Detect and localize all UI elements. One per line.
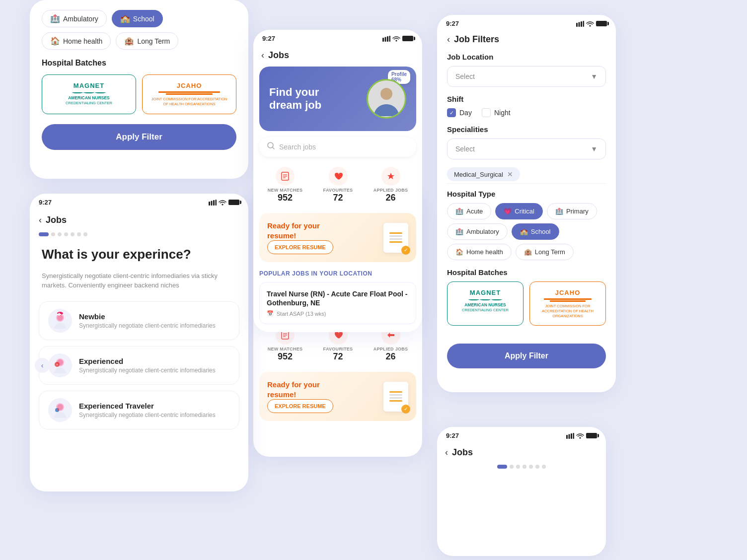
back-arrow-5[interactable]: ‹ [445,447,448,458]
profile-circle[interactable] [367,79,406,119]
job-filters-card: 9:27 ‹ Job Filters Job Location Select ▼… [437,15,616,392]
filter-header: ‹ Job Filters [437,29,616,45]
exp-newbie-desc: Synergistically negotiate client-centric… [79,322,230,329]
exp-newbie-name: Newbie [79,312,230,321]
batch-jcaho-4: JCAHO JOINT COMMISSION FOR ACCREDITATION… [529,281,606,326]
exp-newbie[interactable]: Newbie Synergistically negotiate client-… [39,301,239,340]
svg-rect-36 [569,434,570,439]
explore-resume-btn-2[interactable]: EXPLORE RESUME [267,399,333,413]
ambulatory-icon-2: 🏥 [455,228,463,235]
hospital-type-tags: 🏥 Ambulatory 🏫 School 🏠 Home health 🏨 Lo… [42,10,236,50]
hospital-type-grid: 🏥 Acute 💗 Critical 🏥 Primary 🏥 Ambulator… [447,203,606,260]
tag-school[interactable]: 🏫 School [112,10,163,27]
magnet-desc: CREDENTIALING CENTER [50,101,128,105]
day-checkbox[interactable]: Day [447,108,472,117]
h-tag-ambulatory[interactable]: 🏥 Ambulatory [447,223,508,240]
primary-label: Primary [566,208,589,215]
longterm-icon: 🏨 [124,36,134,46]
svg-rect-21 [389,36,391,42]
hospital-type-section-title: Hospital Type [447,190,606,198]
tag-longterm-label: Long Term [137,37,170,45]
resume-doc-2: ✓ [383,382,408,412]
chip-remove-icon[interactable]: ✕ [507,170,513,178]
status-bar-2: 9:27 [30,194,248,208]
job-item-1[interactable]: Travel Nurse (RN) - Acute Care Float Poo… [259,282,416,324]
battery-4 [596,21,607,26]
h-tag-acute[interactable]: 🏥 Acute [447,203,491,219]
status-icons-5 [566,433,597,439]
jobs-title-3: Jobs [268,50,289,61]
dot5-6 [535,465,539,469]
night-checkbox[interactable]: Night [482,108,511,117]
tag-ambulatory[interactable]: 🏥 Ambulatory [42,10,107,27]
apply-filter-btn-1[interactable]: Apply Filter [42,124,236,150]
shift-section-title: Shift [447,95,606,103]
progress-dots [30,225,248,241]
popular-section: POPULAR JOBS IN YOUR LOCATION Travel Nur… [253,266,422,332]
magnet-title-4: MAGNET [455,289,515,296]
exp-traveler-info: Experienced Traveler Synergistically neg… [79,402,230,419]
battery-5 [586,433,597,438]
dot-5 [71,232,75,236]
exp-traveler[interactable]: 📍 Experienced Traveler Synergistically n… [39,391,239,429]
h-tag-homehealth[interactable]: 🏠 Home health [447,244,512,260]
status-icons-4 [576,21,607,27]
battery-2 [228,200,239,205]
back-arrow-4[interactable]: ‹ [447,34,450,45]
location-select[interactable]: Select ▼ [447,66,606,87]
dot5-1 [497,465,507,469]
stats-row: NEW MATCHES 952 FAVOURITES 72 APPLIED JO… [253,161,422,209]
chevron-down-icon: ▼ [591,72,598,80]
jobs-header-5: ‹ Jobs [437,441,606,458]
back-btn-circle[interactable]: ‹ [35,358,50,373]
svg-rect-0 [209,202,210,206]
h-tag-longterm[interactable]: 🏨 Long Term [516,244,574,260]
dream-job-text: Find your dream job [269,86,339,112]
svg-rect-30 [576,23,578,27]
dot5-7 [542,465,546,469]
fav-label-2: FAVOURITES [323,347,353,351]
check-badge-2: ✓ [401,405,410,414]
tag-homehealth[interactable]: 🏠 Home health [42,32,111,50]
svg-point-6 [57,315,63,321]
exp-traveler-name: Experienced Traveler [79,402,230,410]
back-arrow-2[interactable]: ‹ [39,215,42,225]
apply-filter-btn-4[interactable]: Apply Filter [447,344,606,368]
resume-banner: Ready for your resume! EXPLORE RESUME ✓ [259,213,416,262]
tag-longterm[interactable]: 🏨 Long Term [116,32,178,50]
tag-ambulatory-label: Ambulatory [63,15,98,23]
ambulatory-label-2: Ambulatory [466,228,499,235]
acute-label: Acute [466,208,483,215]
search-icon [267,142,275,152]
specialities-select[interactable]: Select ▼ [447,139,606,159]
h-tag-critical[interactable]: 💗 Critical [495,203,543,219]
back-arrow-3[interactable]: ‹ [261,50,264,61]
chip-label: Medical_Surgical [454,171,503,178]
dot-4 [64,232,68,236]
status-bar-5: 9:27 [437,427,606,441]
filter-card-partial: 🏥 Ambulatory 🏫 School 🏠 Home health 🏨 Lo… [30,0,248,179]
h-tag-primary[interactable]: 🏥 Primary [547,203,597,219]
exp-experienced-info: Experienced Synergistically negotiate cl… [79,357,230,374]
explore-resume-btn[interactable]: EXPLORE RESUME [267,240,333,254]
status-bar-4: 9:27 [437,15,616,29]
homehealth-icon-2: 🏠 [455,248,463,256]
dot-2 [51,232,55,236]
location-section-title: Job Location [447,53,606,61]
dot-1 [39,232,49,236]
applied-label-2: APPLIED JOBS [374,347,408,351]
dot-7 [83,232,87,236]
h-tag-school[interactable]: 🏫 School [512,223,559,240]
longterm-icon-2: 🏨 [524,248,532,256]
batch-jcaho: JCAHO JOINT COMMISSION FOR ACCREDITATION… [142,74,236,114]
exp-experienced[interactable]: + Experienced Synergistically negotiate … [39,346,239,385]
experience-list: ‹ Newbie Syne [30,298,248,432]
svg-point-34 [589,25,591,26]
svg-rect-33 [583,21,585,27]
divider-1 [447,183,606,184]
nm-num-2: 952 [268,351,303,362]
homehealth-label-2: Home health [466,248,503,256]
svg-rect-38 [573,433,575,439]
search-bar[interactable]: Search jobs [259,137,416,157]
tag-school-label: School [133,15,154,23]
